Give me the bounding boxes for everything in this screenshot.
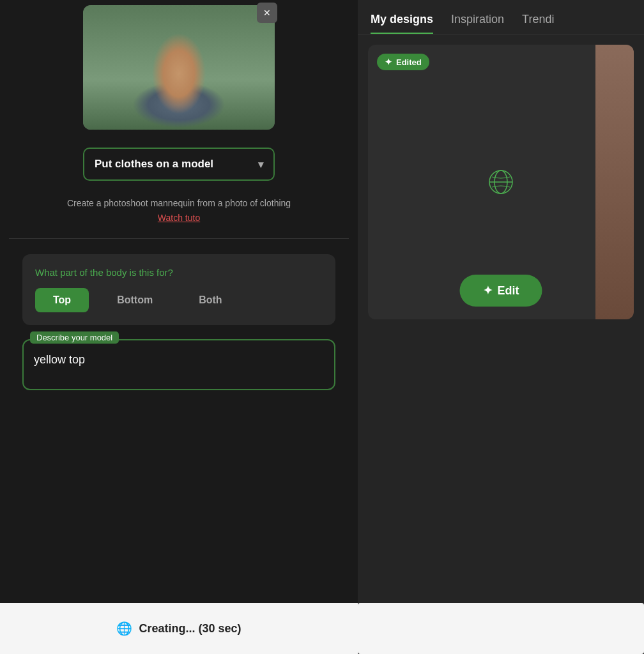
- description-text: Create a photoshoot mannequin from a pho…: [67, 197, 291, 210]
- tabs-bar: My designs Inspiration Trendi: [358, 0, 644, 34]
- describe-textarea[interactable]: yellow top: [22, 339, 335, 390]
- edited-badge-label: Edited: [396, 57, 422, 67]
- mode-dropdown[interactable]: Put clothes on a model ▾: [83, 148, 275, 181]
- edit-button[interactable]: ✦ Edit: [460, 275, 542, 307]
- divider: [9, 238, 349, 239]
- describe-section: Describe your model yellow top: [22, 339, 335, 393]
- mode-dropdown-label: Put clothes on a model: [95, 158, 213, 171]
- image-container: ✕: [83, 5, 275, 130]
- design-card-side-image: [595, 45, 634, 319]
- left-panel: ✕ Put clothes on a model ▾ Create a phot…: [0, 0, 358, 654]
- edit-sparkle-icon: ✦: [483, 284, 493, 298]
- edited-badge: ✦ Edited: [377, 54, 429, 70]
- creating-bar: 🌐 Creating... (30 sec): [0, 603, 358, 654]
- body-part-options: Top Bottom Both: [35, 288, 323, 312]
- sparkle-icon: ✦: [385, 57, 392, 67]
- model-image: [83, 5, 275, 130]
- body-part-both-button[interactable]: Both: [181, 288, 240, 312]
- right-panel: My designs Inspiration Trendi ✦ Edited: [358, 0, 644, 654]
- tab-trending[interactable]: Trendi: [522, 13, 554, 34]
- describe-label: Describe your model: [30, 331, 119, 344]
- chevron-down-icon: ▾: [258, 158, 263, 171]
- tab-inspiration[interactable]: Inspiration: [451, 13, 504, 34]
- creating-text: Creating... (30 sec): [139, 622, 241, 635]
- close-button[interactable]: ✕: [257, 3, 277, 23]
- globe-center-icon: [485, 166, 517, 198]
- body-part-bottom-button[interactable]: Bottom: [99, 288, 171, 312]
- model-image-inner: [83, 5, 275, 130]
- designs-area: ✦ Edited ✦ Edit: [358, 34, 644, 603]
- watch-tuto-link[interactable]: Watch tuto: [67, 213, 291, 223]
- right-bottom-bar: [358, 603, 644, 654]
- globe-svg: [487, 168, 515, 196]
- tab-my-designs[interactable]: My designs: [371, 13, 433, 34]
- body-part-card: What part of the body is this for? Top B…: [22, 254, 335, 325]
- globe-icon: 🌐: [116, 621, 132, 636]
- design-card: ✦ Edited ✦ Edit: [368, 45, 634, 319]
- body-part-question: What part of the body is this for?: [35, 267, 323, 278]
- description-block: Create a photoshoot mannequin from a pho…: [67, 188, 291, 223]
- edit-button-label: Edit: [498, 284, 519, 298]
- body-part-top-button[interactable]: Top: [35, 288, 89, 312]
